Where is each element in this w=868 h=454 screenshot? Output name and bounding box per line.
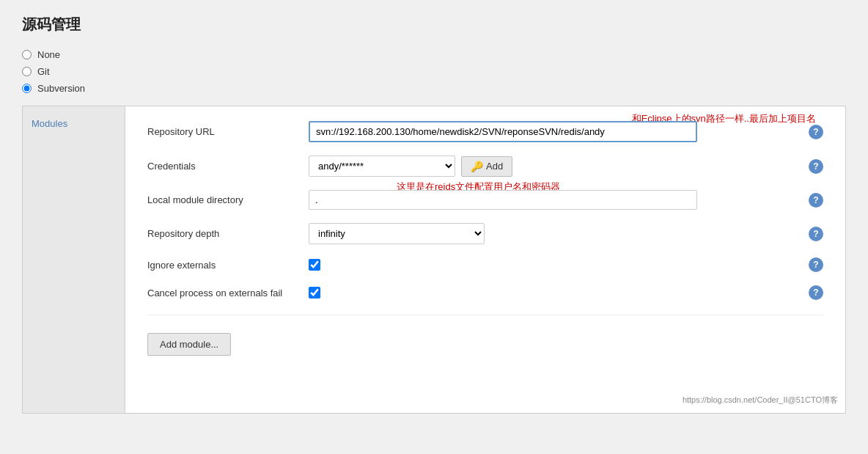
cancel-process-row: Cancel process on externals fail ?: [147, 285, 823, 300]
local-module-label: Local module directory: [147, 194, 309, 205]
cancel-process-label: Cancel process on externals fail: [147, 288, 309, 299]
radio-git[interactable]: Git: [22, 66, 846, 77]
cancel-process-wrapper: [309, 287, 803, 299]
local-module-container: Local module directory ?: [147, 190, 823, 210]
radio-subversion[interactable]: Subversion: [22, 83, 846, 94]
repo-depth-wrapper: infinity empty files immediates: [309, 223, 803, 244]
credentials-label: Credentials: [147, 161, 309, 172]
repo-depth-select[interactable]: infinity empty files immediates: [309, 223, 485, 244]
repo-depth-row: Repository depth infinity empty files im…: [147, 223, 823, 244]
credentials-row: Credentials andy/****** - none - 🔑 Add ?: [147, 155, 823, 177]
credentials-select[interactable]: andy/****** - none -: [309, 155, 455, 177]
ignore-externals-label: Ignore externals: [147, 260, 309, 271]
scm-radio-group: None Git Subversion: [22, 49, 846, 94]
add-module-section: Add module...: [147, 315, 823, 356]
repo-url-label: Repository URL: [147, 126, 309, 137]
credentials-container: Credentials andy/****** - none - 🔑 Add ?…: [147, 155, 823, 177]
radio-none-label: None: [37, 49, 60, 60]
form-panel: 和Eclipse上的svn路径一样..最后加上项目名 Repository UR…: [125, 106, 846, 414]
cancel-process-checkbox[interactable]: [309, 287, 320, 299]
local-module-help-icon[interactable]: ?: [809, 193, 823, 208]
repo-url-row: Repository URL ?: [147, 121, 823, 142]
main-content: Modules 和Eclipse上的svn路径一样..最后加上项目名 Repos…: [22, 106, 846, 414]
add-credentials-label: Add: [486, 161, 503, 172]
ignore-externals-checkbox[interactable]: [309, 259, 320, 271]
sidebar-item-modules[interactable]: Modules: [32, 118, 67, 129]
repo-url-wrapper: [309, 121, 803, 142]
key-icon: 🔑: [471, 161, 483, 172]
local-module-wrapper: [309, 190, 803, 210]
radio-none-input[interactable]: [22, 50, 32, 59]
repo-url-input[interactable]: [309, 121, 697, 142]
watermark: https://blog.csdn.net/Coder_II@51CTO博客: [683, 395, 838, 406]
credentials-wrapper: andy/****** - none - 🔑 Add: [309, 155, 803, 177]
page-title: 源码管理: [22, 15, 846, 34]
radio-none[interactable]: None: [22, 49, 846, 60]
sidebar: Modules: [22, 106, 125, 414]
credentials-help-icon[interactable]: ?: [809, 159, 823, 174]
ignore-externals-help-icon[interactable]: ?: [809, 257, 823, 272]
radio-git-label: Git: [37, 66, 50, 77]
repo-url-help-icon[interactable]: ?: [809, 125, 823, 139]
ignore-externals-row: Ignore externals ?: [147, 257, 823, 272]
radio-subversion-input[interactable]: [22, 84, 32, 93]
radio-git-input[interactable]: [22, 67, 32, 76]
repo-depth-label: Repository depth: [147, 228, 309, 239]
ignore-externals-wrapper: [309, 259, 803, 271]
cancel-process-help-icon[interactable]: ?: [809, 285, 823, 300]
radio-subversion-label: Subversion: [37, 83, 85, 94]
local-module-row: Local module directory ?: [147, 190, 823, 210]
repo-depth-container: Repository depth infinity empty files im…: [147, 223, 823, 244]
add-credentials-button[interactable]: 🔑 Add: [461, 156, 512, 177]
repo-url-container: Repository URL ?: [147, 121, 823, 142]
repo-depth-help-icon[interactable]: ?: [809, 227, 823, 241]
local-module-input[interactable]: [309, 190, 697, 210]
ignore-externals-container: Ignore externals ?: [147, 257, 823, 272]
cancel-process-container: Cancel process on externals fail ?: [147, 285, 823, 300]
add-module-button[interactable]: Add module...: [147, 333, 231, 356]
